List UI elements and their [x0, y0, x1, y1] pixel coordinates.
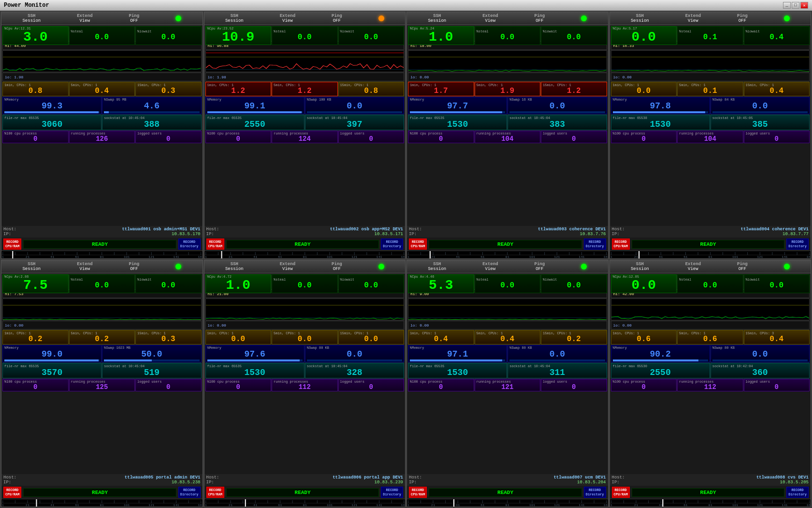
file-value: 1530	[207, 368, 303, 377]
close-button[interactable]: ✕	[800, 2, 808, 9]
extend-label: Extend	[77, 14, 92, 18]
ready-indicator: READY	[429, 240, 581, 249]
monitor-panel-p6: SSH Session Extend View Ping OFF %Cpu Av…	[204, 260, 406, 507]
extend-group[interactable]: Extend View	[280, 14, 295, 23]
record-cpu-ram-button[interactable]: RECORDCPU/RAM	[3, 487, 21, 498]
record-directory-button[interactable]: RECORDDirectory	[381, 487, 403, 498]
load-15min-box: 15min, CPUs: 1 0.4	[744, 82, 810, 96]
record-directory-button[interactable]: RECORDDirectory	[786, 487, 809, 498]
proc-value: 0	[4, 135, 67, 142]
extend-group[interactable]: Extend View	[685, 14, 701, 23]
ping-label: Ping	[129, 14, 139, 18]
memory-box: %Memory 97.1	[408, 345, 507, 362]
extend-group[interactable]: Extend View	[685, 262, 701, 271]
window-controls[interactable]: _ □ ✕	[783, 2, 808, 9]
logged-value: 0	[137, 384, 200, 390]
process-row: %100 cpu process 0 running processes 126…	[2, 131, 202, 143]
lo-value: lo: 0.00	[613, 323, 632, 328]
record-directory-button[interactable]: RECORDDirectory	[584, 487, 606, 498]
mem-value: 97.6	[207, 350, 303, 359]
extend-group[interactable]: Extend View	[77, 262, 92, 271]
ssh-group[interactable]: SSH Session	[22, 262, 41, 271]
load-5min-box: 5min, CPUs: 1 0.4	[475, 330, 541, 344]
file-box: file-nr max 65538 1530	[611, 115, 710, 130]
svg-text:121: 121	[351, 504, 358, 507]
svg-text:81: 81	[506, 256, 510, 258]
metrics-area: %Cpu Av:4.72 1.0 %steal 0.0 %iowait 0.0 …	[204, 273, 406, 474]
record-directory-button[interactable]: RECORDDirectory	[381, 239, 403, 250]
ready-indicator: READY	[23, 488, 176, 497]
record-cpu-ram-button[interactable]: RECORDCPU/RAM	[206, 487, 224, 498]
extend-group[interactable]: Extend View	[77, 14, 92, 23]
svg-text:141: 141	[579, 256, 585, 258]
ssh-session: Session	[428, 18, 446, 23]
extend-group[interactable]: Extend View	[482, 14, 498, 23]
record-cpu-ram-button[interactable]: RECORDCPU/RAM	[612, 239, 630, 250]
ssh-group[interactable]: SSH Session	[428, 14, 446, 23]
cpu-avg-value: 5.3	[410, 279, 472, 292]
host-label: Host:	[3, 227, 16, 232]
svg-rect-65	[408, 51, 607, 72]
lo-row: lo: 0.00	[205, 321, 405, 329]
extend-label: Extend	[685, 14, 701, 18]
ssh-group[interactable]: SSH Session	[225, 262, 244, 271]
minimize-button[interactable]: _	[783, 2, 791, 9]
mem-value: 97.7	[410, 102, 505, 110]
steal-box: %steal 0.0	[677, 274, 743, 293]
cpu-row: %Cpu Av:4.46 5.3 %steal 0.0 %iowait 0.0	[408, 274, 607, 289]
sock-value: 311	[509, 368, 605, 377]
swap-bar	[712, 359, 808, 361]
cpu-graph	[2, 299, 202, 320]
record-directory-button[interactable]: RECORDDirectory	[178, 487, 201, 498]
svg-text:41: 41	[253, 256, 258, 258]
ip-line: IP: 10.83.7.76	[409, 232, 606, 237]
ssh-group[interactable]: SSH Session	[631, 262, 649, 271]
panel-footer: Host: ttlwauad003 coherence DEV1 IP: 10.…	[407, 226, 608, 238]
record-directory-button[interactable]: RECORDDirectory	[584, 239, 606, 250]
extend-group[interactable]: Extend View	[280, 262, 295, 271]
ssh-group[interactable]: SSH Session	[631, 14, 649, 23]
load-1min-value: 1.2	[207, 87, 270, 95]
timeline: 121416181101121141161	[204, 251, 406, 258]
record-area: RECORDCPU/RAM READY RECORDDirectory	[407, 238, 608, 251]
svg-text:1: 1	[610, 504, 612, 507]
ip-address: 10.83.5.170	[172, 232, 200, 237]
host-line: Host: ttlwauad008 cvs DEV1	[612, 475, 809, 480]
record-cpu-ram-button[interactable]: RECORDCPU/RAM	[409, 239, 427, 250]
extend-label: Extend	[685, 262, 701, 267]
lo-row: lo: 0.00	[408, 73, 607, 81]
svg-text:101: 101	[529, 256, 536, 258]
metrics-area: %Cpu Av:5.17 0.0 %steal 0.1 %iowait 0.4 …	[610, 25, 811, 226]
record-directory-button[interactable]: RECORDDirectory	[786, 239, 809, 250]
maximize-button[interactable]: □	[792, 2, 799, 9]
svg-text:1: 1	[204, 256, 207, 258]
ssh-session: Session	[22, 18, 41, 23]
swap-box: %Swap 84 KB 0.0	[710, 97, 810, 114]
panel-header: SSH Session Extend View Ping OFF	[610, 12, 811, 25]
panel-header: SSH Session Extend View Ping OFF	[1, 260, 203, 273]
ssh-label: SSH	[433, 14, 441, 18]
load-1min-box: 1min, CPUs: 1 0.0	[611, 82, 677, 96]
record-cpu-ram-button[interactable]: RECORDCPU/RAM	[409, 487, 427, 498]
iowait-box: %iowait 0.4	[744, 26, 810, 45]
logged-box: logged users 0	[541, 379, 607, 391]
ssh-group[interactable]: SSH Session	[428, 262, 446, 271]
record-cpu-ram-button[interactable]: RECORDCPU/RAM	[206, 239, 224, 250]
extend-group[interactable]: Extend View	[482, 262, 498, 271]
host-label: Host:	[409, 227, 422, 232]
svg-text:1: 1	[2, 256, 4, 258]
ssh-group[interactable]: SSH Session	[225, 14, 244, 23]
swap-box: %Swap 16 KB 0.0	[508, 97, 607, 114]
record-cpu-ram-button[interactable]: RECORDCPU/RAM	[612, 487, 630, 498]
record-cpu-ram-button[interactable]: RECORDCPU/RAM	[3, 239, 21, 250]
record-area: RECORDCPU/RAM READY RECORDDirectory	[610, 238, 811, 251]
ssh-group[interactable]: SSH Session	[22, 14, 41, 23]
monitor-panel-p5: SSH Session Extend View Ping OFF %Cpu Av…	[1, 260, 203, 507]
load-5min-box: 5min, CPUs: 1 0.2	[69, 330, 135, 344]
record-directory-button[interactable]: RECORDDirectory	[178, 239, 201, 250]
svg-text:121: 121	[148, 256, 155, 258]
host-label: Host:	[206, 227, 219, 232]
ready-indicator: READY	[226, 240, 379, 249]
load-1min-box: 1min, CPUs: 1 1.2	[205, 82, 272, 96]
svg-text:1: 1	[610, 256, 612, 258]
